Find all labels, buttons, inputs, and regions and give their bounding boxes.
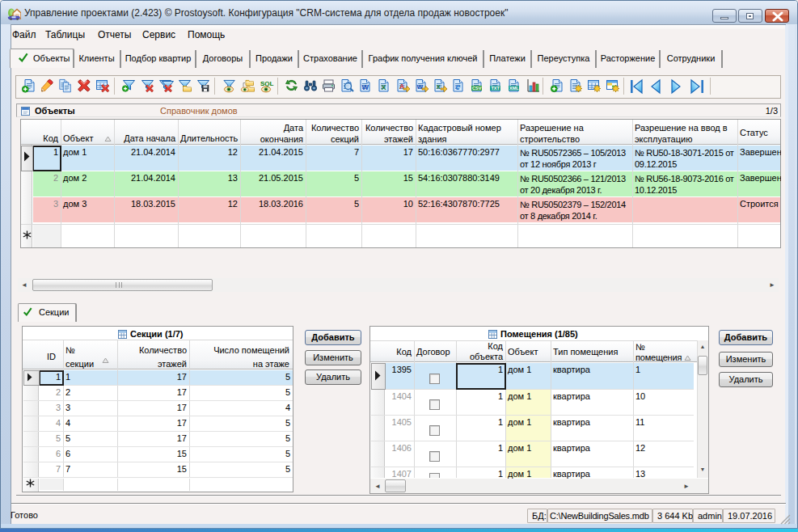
svg-text:W: W [362,83,369,91]
svg-text:TXT: TXT [492,86,500,91]
svg-text:X: X [382,83,386,91]
svg-text:CSV: CSV [472,86,482,91]
svg-text:XML: XML [509,86,519,91]
svg-text:SQL: SQL [260,80,274,87]
svg-text:X: X [437,83,441,91]
svg-text:e: e [456,82,461,91]
